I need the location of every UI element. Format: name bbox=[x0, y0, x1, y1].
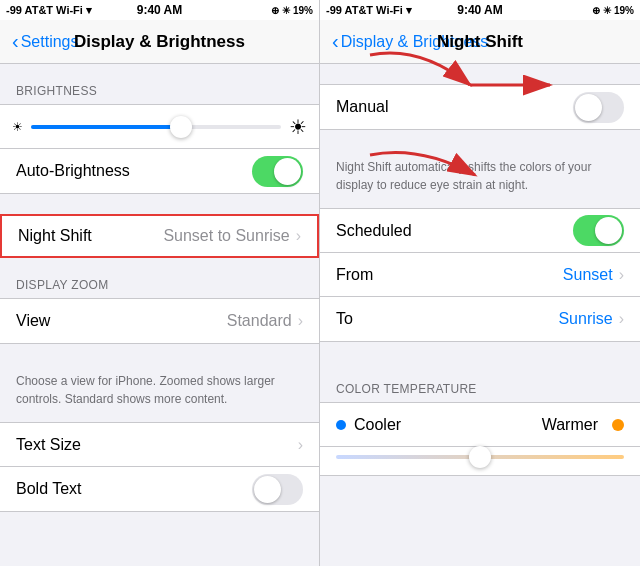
manual-toggle[interactable] bbox=[573, 92, 624, 123]
color-temp-slider-row[interactable] bbox=[320, 447, 640, 475]
color-temp-slider[interactable] bbox=[336, 455, 624, 459]
to-value: Sunrise bbox=[558, 310, 612, 328]
scheduled-knob bbox=[595, 217, 622, 244]
back-label-left: Settings bbox=[21, 33, 79, 51]
color-temp-row: Cooler Warmer bbox=[320, 403, 640, 447]
bold-text-row[interactable]: Bold Text bbox=[0, 467, 319, 511]
right-content: Manual Night Shift automatically shifts … bbox=[320, 64, 640, 566]
night-shift-chevron: › bbox=[296, 227, 301, 245]
location-icon-right: ⊕ bbox=[592, 5, 600, 16]
from-label: From bbox=[336, 266, 396, 284]
from-chevron: › bbox=[619, 266, 624, 284]
left-content: BRIGHTNESS ☀ ☀ Auto-Brightness bbox=[0, 64, 319, 566]
bold-text-knob bbox=[254, 476, 281, 503]
manual-group: Manual bbox=[320, 84, 640, 130]
back-button-left[interactable]: ‹ Settings bbox=[12, 32, 78, 51]
brightness-section-label: BRIGHTNESS bbox=[0, 84, 319, 104]
brightness-thumb bbox=[170, 116, 192, 138]
text-group: Text Size › Bold Text bbox=[0, 422, 319, 512]
display-zoom-label: DISPLAY ZOOM bbox=[0, 278, 319, 298]
auto-brightness-toggle[interactable] bbox=[252, 156, 303, 187]
wifi-icon: ▾ bbox=[86, 4, 92, 17]
color-temp-thumb bbox=[469, 446, 491, 468]
bluetooth-icon: ✳ bbox=[282, 5, 290, 16]
text-size-chevron: › bbox=[298, 436, 303, 454]
nav-title-right: Night Shift bbox=[437, 32, 523, 52]
back-chevron-left: ‹ bbox=[12, 31, 19, 51]
brightness-slider[interactable] bbox=[31, 125, 281, 129]
night-shift-row[interactable]: Night Shift Sunset to Sunrise › bbox=[0, 214, 319, 258]
scheduled-row[interactable]: Scheduled bbox=[320, 209, 640, 253]
text-size-label: Text Size bbox=[16, 436, 298, 454]
nav-title-left: Display & Brightness bbox=[74, 32, 245, 52]
brightness-high-icon: ☀ bbox=[289, 115, 307, 139]
brightness-low-icon: ☀ bbox=[12, 120, 23, 134]
color-temp-group: Cooler Warmer bbox=[320, 402, 640, 476]
wifi-icon-right: ▾ bbox=[406, 4, 412, 17]
cool-dot bbox=[336, 420, 346, 430]
from-value: Sunset bbox=[563, 266, 613, 284]
view-label: View bbox=[16, 312, 227, 330]
carrier-right: -99 AT&T Wi-Fi bbox=[326, 4, 403, 16]
from-row[interactable]: From Sunset › bbox=[320, 253, 640, 297]
bluetooth-icon-right: ✳ bbox=[603, 5, 611, 16]
to-row[interactable]: To Sunrise › bbox=[320, 297, 640, 341]
location-icon: ⊕ bbox=[271, 5, 279, 16]
status-left: -99 AT&T Wi-Fi ▾ bbox=[6, 4, 92, 17]
left-panel: -99 AT&T Wi-Fi ▾ 9:40 AM ⊕ ✳ 19% ‹ Setti… bbox=[0, 0, 320, 566]
battery-right: 19% bbox=[614, 5, 634, 16]
right-panel: -99 AT&T Wi-Fi ▾ 9:40 AM ⊕ ✳ 19% ‹ Displ… bbox=[320, 0, 640, 566]
view-value: Standard bbox=[227, 312, 292, 330]
scheduled-label: Scheduled bbox=[336, 222, 573, 240]
manual-row[interactable]: Manual bbox=[320, 85, 640, 129]
brightness-row[interactable]: ☀ ☀ bbox=[0, 105, 319, 149]
warmer-label: Warmer bbox=[542, 416, 598, 434]
view-row[interactable]: View Standard › bbox=[0, 299, 319, 343]
time-right: 9:40 AM bbox=[457, 3, 503, 17]
to-label: To bbox=[336, 310, 396, 328]
night-shift-value: Sunset to Sunrise bbox=[163, 227, 289, 245]
manual-knob bbox=[575, 94, 602, 121]
bold-text-label: Bold Text bbox=[16, 480, 252, 498]
scheduled-toggle[interactable] bbox=[573, 215, 624, 246]
back-chevron-right: ‹ bbox=[332, 31, 339, 51]
cooler-label: Cooler bbox=[354, 416, 401, 434]
color-temp-label: COLOR TEMPERATURE bbox=[320, 382, 640, 402]
text-size-row[interactable]: Text Size › bbox=[0, 423, 319, 467]
auto-brightness-label: Auto-Brightness bbox=[16, 162, 252, 180]
night-shift-label: Night Shift bbox=[18, 227, 163, 245]
brightness-fill bbox=[31, 125, 181, 129]
manual-label: Manual bbox=[336, 98, 573, 116]
nav-bar-left: ‹ Settings Display & Brightness bbox=[0, 20, 319, 64]
scheduled-group: Scheduled From Sunset › To Sunrise › bbox=[320, 208, 640, 342]
brightness-group: ☀ ☀ Auto-Brightness bbox=[0, 104, 319, 194]
manual-helper: Night Shift automatically shifts the col… bbox=[320, 150, 640, 208]
nav-bar-right: ‹ Display & Brightness Night Shift bbox=[320, 20, 640, 64]
display-zoom-group: View Standard › bbox=[0, 298, 319, 344]
night-shift-group: Night Shift Sunset to Sunrise › bbox=[0, 214, 319, 258]
status-right-left: ⊕ ✳ 19% bbox=[271, 5, 313, 16]
carrier-left: -99 AT&T Wi-Fi bbox=[6, 4, 83, 16]
view-chevron: › bbox=[298, 312, 303, 330]
zoom-helper: Choose a view for iPhone. Zoomed shows l… bbox=[0, 364, 319, 422]
status-bar-right: -99 AT&T Wi-Fi ▾ 9:40 AM ⊕ ✳ 19% bbox=[320, 0, 640, 20]
status-bar-left: -99 AT&T Wi-Fi ▾ 9:40 AM ⊕ ✳ 19% bbox=[0, 0, 319, 20]
time-left: 9:40 AM bbox=[137, 3, 183, 17]
to-chevron: › bbox=[619, 310, 624, 328]
status-right-right: ⊕ ✳ 19% bbox=[592, 5, 634, 16]
divider-space bbox=[320, 362, 640, 382]
status-left-right: -99 AT&T Wi-Fi ▾ bbox=[326, 4, 412, 17]
bold-text-toggle[interactable] bbox=[252, 474, 303, 505]
auto-brightness-knob bbox=[274, 158, 301, 185]
warm-dot bbox=[612, 419, 624, 431]
auto-brightness-row[interactable]: Auto-Brightness bbox=[0, 149, 319, 193]
battery-left: 19% bbox=[293, 5, 313, 16]
